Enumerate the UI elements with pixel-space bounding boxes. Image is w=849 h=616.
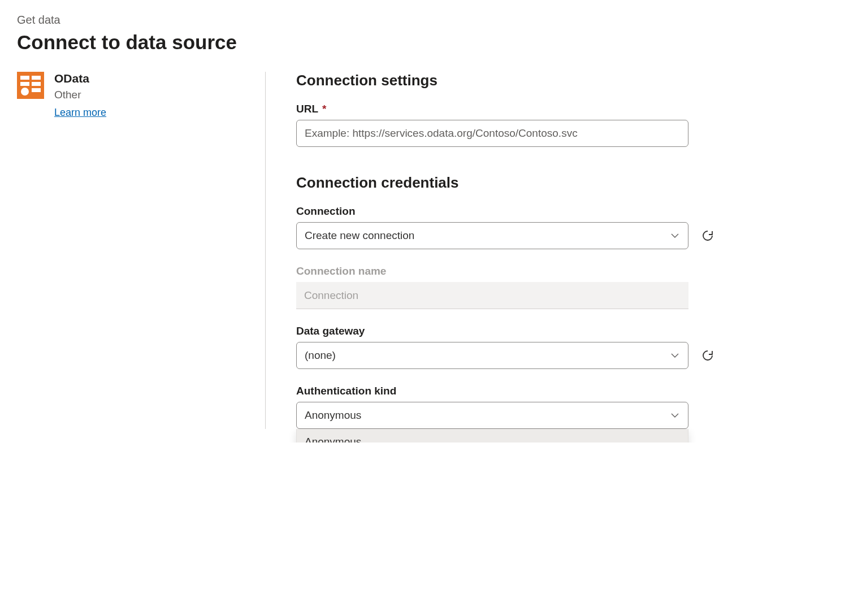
svg-rect-1 — [20, 76, 29, 80]
svg-rect-2 — [32, 76, 41, 80]
auth-dropdown-list: Anonymous Basic Organizational account — [296, 429, 688, 443]
chevron-down-icon — [670, 350, 680, 361]
svg-rect-6 — [32, 88, 41, 92]
refresh-icon — [701, 229, 714, 242]
chevron-down-icon — [670, 410, 680, 420]
odata-connector-icon — [17, 72, 44, 99]
main-columns: OData Other Learn more Connection settin… — [17, 72, 832, 429]
connector-panel: OData Other Learn more — [17, 72, 266, 429]
connection-credentials-heading: Connection credentials — [296, 174, 831, 192]
connection-label: Connection — [296, 205, 831, 218]
connection-selected-value: Create new connection — [305, 229, 414, 242]
required-asterisk: * — [322, 103, 326, 115]
url-field-block: URL * — [296, 103, 831, 147]
connection-name-label: Connection name — [296, 265, 831, 277]
chevron-down-icon — [670, 231, 680, 241]
auth-dropdown[interactable]: Anonymous — [296, 402, 688, 429]
learn-more-link[interactable]: Learn more — [54, 107, 106, 118]
connection-field-block: Connection Create new connection — [296, 205, 831, 249]
url-label: URL * — [296, 103, 831, 115]
gateway-refresh-button[interactable] — [700, 348, 716, 363]
refresh-icon — [701, 349, 714, 362]
gateway-label: Data gateway — [296, 325, 831, 337]
auth-option-anonymous[interactable]: Anonymous — [297, 429, 688, 443]
auth-selected-value: Anonymous — [305, 409, 361, 422]
connector-category: Other — [54, 89, 106, 101]
connection-name-field-block: Connection name Connection — [296, 265, 831, 309]
form-panel: Connection settings URL * Connection cre… — [266, 72, 831, 429]
connection-dropdown[interactable]: Create new connection — [296, 222, 688, 249]
connector-info: OData Other Learn more — [54, 72, 106, 119]
breadcrumb: Get data — [17, 14, 832, 27]
gateway-field-block: Data gateway (none) — [296, 325, 831, 369]
url-label-text: URL — [296, 103, 318, 115]
gateway-selected-value: (none) — [305, 349, 336, 362]
page-title: Connect to data source — [17, 31, 832, 54]
connection-refresh-button[interactable] — [700, 228, 716, 244]
gateway-dropdown[interactable]: (none) — [296, 342, 688, 369]
svg-rect-4 — [32, 82, 41, 86]
auth-label: Authentication kind — [296, 385, 831, 397]
url-input[interactable] — [296, 120, 688, 147]
svg-rect-3 — [20, 82, 29, 86]
connector-name: OData — [54, 72, 106, 85]
auth-field-block: Authentication kind Anonymous Anonymous … — [296, 385, 831, 429]
connection-name-input: Connection — [296, 282, 688, 309]
connection-settings-heading: Connection settings — [296, 72, 831, 89]
svg-point-5 — [21, 88, 29, 96]
